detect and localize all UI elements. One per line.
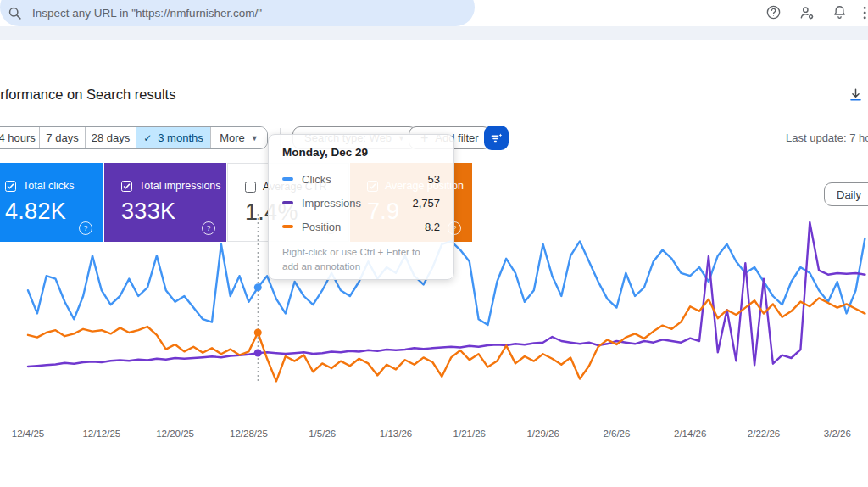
tooltip-date: Monday, Dec 29: [282, 146, 440, 159]
total-impressions-card[interactable]: Total impressions 333K ?: [104, 163, 226, 242]
x-axis-label: 1/21/26: [453, 428, 486, 439]
filter-options-button[interactable]: [484, 126, 509, 150]
card-label: Total clicks: [23, 180, 74, 192]
help-icon[interactable]: ?: [79, 221, 92, 235]
chart-tooltip: Monday, Dec 29 Clicks 53 Impressions 2,7…: [268, 134, 454, 280]
total-clicks-card[interactable]: Total clicks 4.82K ?: [0, 163, 103, 242]
range-3-months-button[interactable]: ✓ 3 months: [136, 127, 211, 148]
chevron-down-icon: ▼: [251, 134, 259, 143]
x-axis-label: 1/5/26: [309, 428, 336, 439]
x-axis-label: 2/6/26: [603, 428, 630, 439]
x-axis-label: 12/12/25: [82, 428, 120, 439]
url-inspect-placeholder: Inspect any URL in "https://nmfurnisher.…: [32, 7, 262, 20]
card-value: 333K: [121, 199, 226, 225]
check-icon: ✓: [143, 132, 152, 144]
x-axis-label: 12/20/25: [156, 428, 194, 439]
x-axis-label: 3/2/26: [824, 428, 851, 439]
x-axis-label: 12/28/25: [230, 428, 268, 439]
apps-grid-icon[interactable]: [861, 4, 868, 21]
card-label: Total impressions: [139, 180, 221, 192]
url-inspect-input[interactable]: Inspect any URL in "https://nmfurnisher.…: [0, 0, 475, 26]
checkbox-checked-icon[interactable]: [121, 181, 132, 192]
position-legend-dash-icon: [282, 225, 293, 228]
range-7-days-button[interactable]: 7 days: [40, 127, 86, 148]
x-axis-label: 2/22/26: [748, 428, 780, 439]
clicks-legend-dash-icon: [282, 177, 293, 181]
range-more-button[interactable]: More ▼: [211, 127, 267, 148]
notifications-bell-icon[interactable]: [832, 4, 849, 21]
search-icon: [8, 6, 22, 20]
page-title: Performance on Search results: [0, 87, 175, 103]
range-28-days-button[interactable]: 28 days: [86, 127, 136, 148]
top-bar: Inspect any URL in "https://nmfurnisher.…: [0, 0, 868, 27]
x-axis-label: 2/14/26: [674, 428, 706, 439]
export-download-icon[interactable]: [848, 87, 865, 104]
help-icon[interactable]: ?: [202, 221, 215, 235]
checkbox-unchecked-icon[interactable]: [245, 182, 256, 193]
tooltip-row-position: Position 8.2: [282, 215, 440, 238]
dimension-tabs: QUERIES PAGES COUNTRIES DEVICES SEARCH A…: [0, 479, 868, 487]
page-background-band: [0, 26, 868, 40]
header-divider: [0, 115, 868, 115]
last-update-text: Last update: 7 hours ago: [786, 132, 868, 144]
tooltip-row-clicks: Clicks 53: [282, 167, 440, 191]
x-axis-label: 12/4/25: [12, 428, 44, 439]
date-range-segmented-control: 24 hours 7 days 28 days ✓ 3 months More …: [0, 126, 268, 149]
tooltip-annotation-hint: Right-click or use Ctrl + Enter to add a…: [282, 245, 439, 275]
range-24-hours-button[interactable]: 24 hours: [0, 127, 40, 148]
tooltip-row-impressions: Impressions 2,757: [282, 191, 440, 215]
x-axis-labels: 12/4/2512/12/2512/20/2512/28/251/5/261/1…: [0, 428, 868, 442]
checkbox-checked-icon[interactable]: [5, 181, 16, 192]
interval-daily-button[interactable]: Daily: [824, 182, 868, 206]
x-axis-label: 1/13/26: [380, 428, 412, 439]
card-value: 4.82K: [5, 199, 103, 225]
help-icon[interactable]: [765, 4, 782, 21]
impressions-legend-dash-icon: [282, 201, 293, 204]
account-settings-icon[interactable]: [798, 4, 815, 21]
x-axis-label: 1/29/26: [526, 428, 559, 439]
